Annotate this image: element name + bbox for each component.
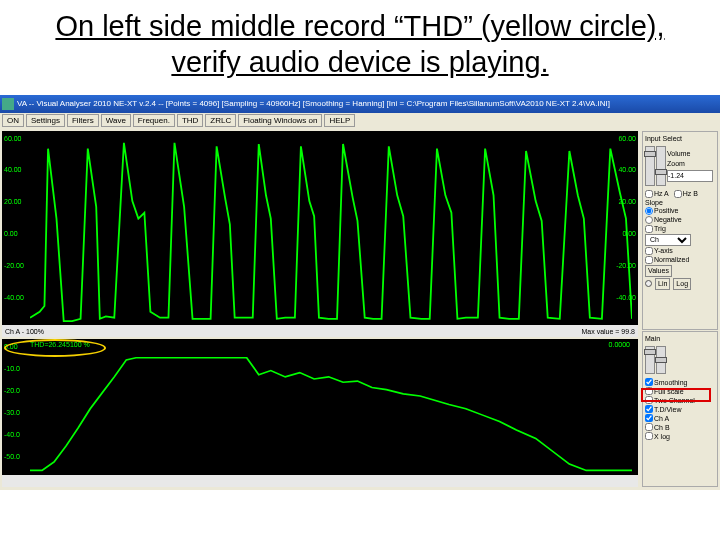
ch-b-label: Ch B <box>654 424 670 431</box>
filters-button[interactable]: Filters <box>67 114 99 127</box>
spectrum-trace <box>30 345 632 473</box>
on-button[interactable]: ON <box>2 114 24 127</box>
xlog-label: X log <box>654 433 670 440</box>
zoom-label: Zoom <box>667 160 713 167</box>
spectrum-chart: 0.00 -10.0 -20.0 -30.0 -40.0 -50.0 -60.0… <box>2 339 638 487</box>
hz-a-label: Hz A <box>654 190 669 197</box>
volume-zoom-sliders: Volume Zoom <box>645 143 715 189</box>
negative-radio[interactable] <box>645 216 653 224</box>
input-select-title: Input Select <box>645 135 715 142</box>
main-options-panel: Main Smoothing Full scale Two Channel T.… <box>642 331 718 486</box>
hz-b-label: Hz B <box>683 190 698 197</box>
floating-windows-button[interactable]: Floating Windows on <box>238 114 322 127</box>
thd-button[interactable]: THD <box>177 114 203 127</box>
zoom-value-input[interactable] <box>667 170 713 182</box>
main-panel-title: Main <box>645 335 715 342</box>
settings-button[interactable]: Settings <box>26 114 65 127</box>
oscilloscope-chart: 60.00 40.00 20.00 0.00 -20.00 -40.00 -60… <box>2 131 638 338</box>
smoothing-label: Smoothing <box>654 379 687 386</box>
help-button[interactable]: HELP <box>324 114 355 127</box>
trig-label: Trig <box>654 225 666 232</box>
positive-label: Positive <box>654 207 679 214</box>
osc-max-value: Max value = 99.8 <box>581 328 635 335</box>
main-area: 60.00 40.00 20.00 0.00 -20.00 -40.00 -60… <box>0 129 720 489</box>
frequency-button[interactable]: Frequen. <box>133 114 175 127</box>
yaxis-checkbox[interactable] <box>645 247 653 255</box>
main-slider-2[interactable] <box>656 346 666 374</box>
volume-slider[interactable] <box>645 146 655 186</box>
spec-statusbar <box>2 475 638 487</box>
wave-button[interactable]: Wave <box>101 114 131 127</box>
spec-yaxis-left: 0.00 -10.0 -20.0 -30.0 -40.0 -50.0 -60.0 <box>4 343 28 483</box>
hz-a-checkbox[interactable] <box>645 190 653 198</box>
log-button[interactable]: Log <box>673 278 691 290</box>
yaxis-label: Y-axis <box>654 247 673 254</box>
right-control-panel: Input Select Volume Zoom Hz A Hz B Slope… <box>640 129 720 489</box>
slope-label: Slope <box>645 199 715 206</box>
normalized-checkbox[interactable] <box>645 256 653 264</box>
twochannel-checkbox[interactable] <box>645 396 653 404</box>
xlog-checkbox[interactable] <box>645 432 653 440</box>
osc-statusbar: Ch A - 100% Max value = 99.8 <box>2 325 638 337</box>
input-select-panel: Input Select Volume Zoom Hz A Hz B Slope… <box>642 131 718 331</box>
trig-checkbox[interactable] <box>645 225 653 233</box>
osc-waveform <box>30 137 632 324</box>
hz-b-checkbox[interactable] <box>674 190 682 198</box>
values-button[interactable]: Values <box>645 265 672 277</box>
normalized-label: Normalized <box>654 256 689 263</box>
lin-button[interactable]: Lin <box>655 278 670 290</box>
positive-radio[interactable] <box>645 207 653 215</box>
thd-view-label: T.D/View <box>654 406 682 413</box>
analyzer-window: VA -- Visual Analyser 2010 NE-XT v.2.4 -… <box>0 95 720 490</box>
volume-label: Volume <box>667 150 713 157</box>
osc-yaxis-left: 60.00 40.00 20.00 0.00 -20.00 -40.00 -60… <box>4 135 28 334</box>
ch-a-checkbox[interactable] <box>645 414 653 422</box>
osc-channel-status: Ch A - 100% <box>5 328 44 335</box>
fullscale-label: Full scale <box>654 388 684 395</box>
app-icon <box>2 98 14 110</box>
twochannel-label: Two Channel <box>654 397 695 404</box>
charts-column: 60.00 40.00 20.00 0.00 -20.00 -40.00 -60… <box>0 129 640 489</box>
led-indicator <box>645 280 652 287</box>
ch-a-label: Ch A <box>654 415 669 422</box>
toolbar: ON Settings Filters Wave Frequen. THD ZR… <box>0 113 720 129</box>
fullscale-checkbox[interactable] <box>645 387 653 395</box>
window-title: VA -- Visual Analyser 2010 NE-XT v.2.4 -… <box>17 99 610 108</box>
main-slider-1[interactable] <box>645 346 655 374</box>
window-titlebar: VA -- Visual Analyser 2010 NE-XT v.2.4 -… <box>0 95 720 113</box>
smoothing-checkbox[interactable] <box>645 378 653 386</box>
thd-view-checkbox[interactable] <box>645 405 653 413</box>
ch-b-checkbox[interactable] <box>645 423 653 431</box>
zoom-slider[interactable] <box>656 146 666 186</box>
negative-label: Negative <box>654 216 682 223</box>
instruction-text: On left side middle record “THD” (yellow… <box>0 0 720 95</box>
zrlc-button[interactable]: ZRLC <box>205 114 236 127</box>
channel-select[interactable]: Ch <box>645 234 691 246</box>
